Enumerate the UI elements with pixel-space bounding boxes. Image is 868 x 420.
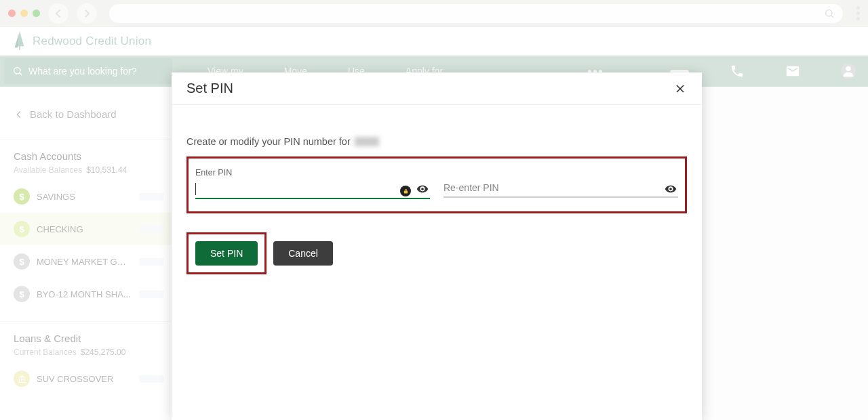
section-subtitle: Available Balances: [14, 165, 82, 175]
enter-pin-label: Enter PIN: [195, 168, 430, 177]
section-title: Cash Accounts: [14, 150, 163, 162]
close-window-icon[interactable]: [8, 9, 16, 17]
browser-chrome: [0, 0, 868, 27]
browser-menu-icon[interactable]: [856, 6, 860, 20]
reenter-pin-field[interactable]: [443, 168, 678, 199]
section-subtitle: Current Balances: [14, 348, 77, 357]
modal-description: Create or modify your PIN number for: [186, 136, 351, 147]
phone-icon[interactable]: [730, 64, 745, 79]
show-password-icon[interactable]: [665, 183, 677, 195]
section-title: Loans & Credit: [14, 333, 163, 344]
account-money-market[interactable]: $ MONEY MARKET GRO...: [0, 245, 177, 278]
forward-button[interactable]: [77, 3, 97, 24]
search-input[interactable]: [28, 66, 164, 77]
section-cash-accounts: Cash Accounts Available Balances $10,531…: [0, 139, 177, 180]
dollar-icon: $: [14, 188, 30, 205]
account-sidebar: Back to Dashboard Cash Accounts Availabl…: [0, 87, 178, 420]
section-balance: $245,275.00: [81, 348, 126, 357]
set-pin-modal: Set PIN Create or modify your PIN number…: [172, 72, 702, 420]
dollar-icon: $: [14, 286, 30, 302]
balance-placeholder: [139, 193, 163, 201]
account-byo-share[interactable]: $ BYO-12 MONTH SHA...: [0, 278, 177, 310]
dollar-icon: $: [14, 221, 30, 237]
account-suv[interactable]: SUV CROSSOVER: [0, 362, 177, 395]
reenter-pin-input[interactable]: [443, 179, 678, 198]
section-loans: Loans & Credit Current Balances $245,275…: [0, 321, 177, 362]
back-label: Back to Dashboard: [30, 108, 117, 120]
close-icon[interactable]: [673, 82, 687, 96]
svg-point-2: [846, 66, 850, 71]
enter-pin-input[interactable]: [195, 180, 430, 199]
text-cursor: [195, 183, 196, 195]
arrow-left-icon: [14, 109, 24, 120]
account-checking[interactable]: $ CHECKING: [0, 213, 177, 245]
address-bar[interactable]: [109, 4, 843, 23]
search-icon: [824, 8, 835, 19]
modal-title: Set PIN: [186, 81, 233, 96]
svg-point-1: [14, 68, 20, 74]
brand-logo[interactable]: Redwood Credit Union: [12, 31, 151, 51]
set-pin-button-highlight: Set PIN: [186, 232, 267, 274]
balance-placeholder: [139, 375, 163, 383]
balance-placeholder: [139, 226, 163, 233]
back-button[interactable]: [48, 3, 68, 24]
brand-name: Redwood Credit Union: [33, 35, 151, 48]
search-icon: [12, 66, 23, 77]
back-to-dashboard[interactable]: Back to Dashboard: [0, 100, 177, 128]
bank-icon: [14, 371, 30, 387]
account-reference-redacted: [355, 137, 379, 146]
lock-icon: [400, 186, 411, 196]
brand-bar: Redwood Credit Union: [0, 27, 868, 56]
dollar-icon: $: [14, 253, 30, 270]
user-avatar[interactable]: [841, 64, 856, 79]
mail-icon[interactable]: [785, 64, 800, 79]
maximize-window-icon[interactable]: [33, 9, 40, 17]
site-search[interactable]: [4, 58, 172, 84]
svg-point-0: [826, 9, 832, 16]
section-balance: $10,531.44: [86, 165, 127, 175]
minimize-window-icon[interactable]: [20, 9, 28, 17]
tree-icon: [12, 31, 27, 51]
enter-pin-field[interactable]: Enter PIN: [195, 168, 430, 199]
show-password-icon[interactable]: [416, 183, 429, 195]
set-pin-button[interactable]: Set PIN: [195, 241, 258, 266]
balance-placeholder: [139, 291, 163, 298]
window-controls: [8, 9, 40, 17]
cancel-button[interactable]: Cancel: [273, 241, 333, 266]
account-savings[interactable]: $ SAVINGS: [0, 180, 177, 213]
balance-placeholder: [139, 258, 163, 266]
pin-fields-highlight: Enter PIN: [186, 156, 687, 213]
